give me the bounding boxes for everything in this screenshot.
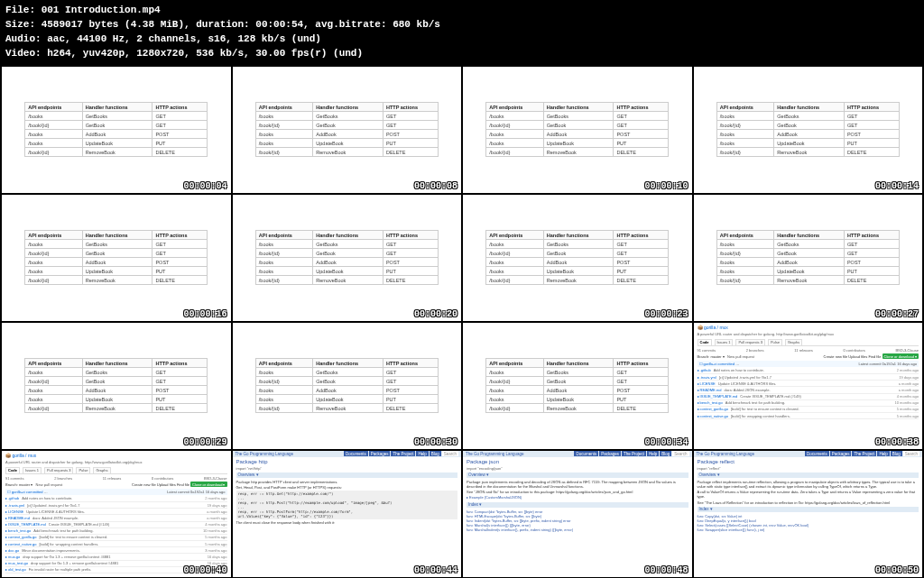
timestamp: 00:00:50 — [875, 565, 919, 575]
thumb-06: API endpointsHandler functionsHTTP actio… — [233, 195, 462, 321]
timestamp: 00:00:08 — [414, 181, 457, 191]
thumb-08: API endpointsHandler functionsHTTP actio… — [694, 195, 923, 321]
thumb-10: API endpointsHandler functionsHTTP actio… — [233, 323, 462, 449]
timestamp: 00:00:27 — [875, 309, 919, 319]
thumb-05: API endpointsHandler functionsHTTP actio… — [2, 195, 231, 321]
thumb-09: API endpointsHandler functionsHTTP actio… — [2, 323, 231, 449]
thumb-12-github: 📦 gorilla / mux A powerful URL router an… — [694, 323, 923, 449]
timestamp: 00:00:16 — [183, 309, 226, 319]
thumb-11: API endpointsHandler functionsHTTP actio… — [463, 323, 692, 449]
thumb-15-godoc-json: The Go Programming LanguageDocumentsPack… — [463, 451, 692, 577]
timestamp: 00:00:34 — [644, 437, 688, 447]
thumb-04: API endpointsHandler functionsHTTP actio… — [694, 67, 923, 193]
timestamp: 00:00:30 — [414, 437, 457, 447]
thumb-02: API endpointsHandler functionsHTTP actio… — [233, 67, 462, 193]
metadata-header: File: 001 Introduction.mp4 Size: 4589017… — [0, 0, 924, 65]
thumb-03: API endpointsHandler functionsHTTP actio… — [463, 67, 692, 193]
timestamp: 00:00:29 — [183, 437, 226, 447]
timestamp: 00:00:20 — [414, 309, 457, 319]
timestamp: 00:00:44 — [414, 565, 457, 575]
timestamp: 00:00:14 — [875, 181, 919, 191]
thumb-07: API endpointsHandler functionsHTTP actio… — [463, 195, 692, 321]
timestamp: 00:00:48 — [644, 565, 688, 575]
timestamp: 00:00:40 — [183, 565, 226, 575]
timestamp: 00:00:04 — [183, 181, 226, 191]
timestamp: 00:00:10 — [644, 181, 688, 191]
thumb-01: API endpointsHandler functionsHTTP actio… — [2, 67, 231, 193]
thumb-16-godoc-reflect: The Go Programming LanguageDocumentsPack… — [694, 451, 923, 577]
timestamp: 00:00:23 — [644, 309, 688, 319]
thumb-14-godoc-http: The Go Programming LanguageDocumentsPack… — [233, 451, 462, 577]
thumb-13-github: 📦 gorilla / mux A powerful URL router an… — [2, 451, 231, 577]
timestamp: 00:00:38 — [875, 437, 919, 447]
thumbnail-grid: API endpointsHandler functionsHTTP actio… — [0, 65, 924, 578]
